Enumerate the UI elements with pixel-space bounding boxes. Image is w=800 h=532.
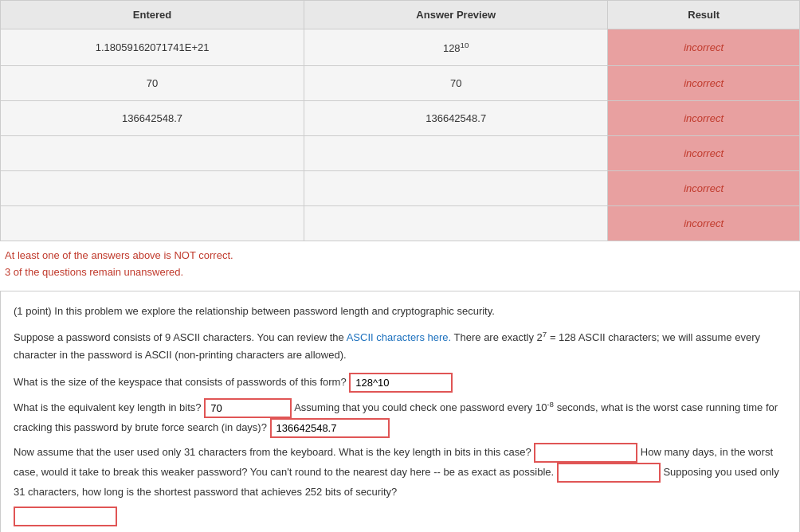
- q2-input[interactable]: [204, 398, 292, 418]
- page-container: Entered Answer Preview Result 1.18059162…: [0, 0, 800, 532]
- q4-label: Now assume that the user used only 31 ch…: [14, 446, 531, 458]
- preview-cell: 12810: [304, 29, 608, 66]
- entered-cell-empty: [1, 206, 304, 241]
- ascii-link[interactable]: ASCII characters here.: [347, 331, 452, 343]
- result-cell: incorrect: [608, 66, 800, 101]
- problem-para1: Suppose a password consists of 9 ASCII c…: [14, 328, 786, 365]
- q1-label: What is the size of the keyspace that co…: [14, 376, 347, 388]
- table-row: 1.18059162071741E+21 12810 incorrect: [1, 29, 800, 66]
- q2-label: What is the equivalent key length in bit…: [14, 401, 202, 413]
- preview-cell: 70: [304, 66, 608, 101]
- preview-sup: 10: [461, 41, 469, 49]
- preview-cell-empty: [304, 136, 608, 171]
- table-row: 136642548.7 136642548.7 incorrect: [1, 101, 800, 136]
- q3-sup: -8: [547, 400, 554, 409]
- preview-cell-empty: [304, 171, 608, 206]
- warning-section: At least one of the answers above is NOT…: [0, 241, 800, 288]
- warning-line1: At least one of the answers above is NOT…: [5, 248, 795, 264]
- warning-line2: 3 of the questions remain unanswered.: [5, 264, 795, 281]
- col-header-entered: Entered: [1, 1, 304, 29]
- result-cell: incorrect: [608, 136, 800, 171]
- q4-input[interactable]: [534, 443, 637, 463]
- table-row: 70 70 incorrect: [1, 66, 800, 101]
- result-cell: incorrect: [608, 171, 800, 206]
- problem-section: (1 point) In this problem we explore the…: [0, 291, 800, 532]
- para1-before: Suppose a password consists of 9 ASCII c…: [14, 331, 347, 343]
- q1-input[interactable]: [349, 373, 453, 393]
- q5-input[interactable]: [557, 463, 661, 483]
- table-row: incorrect: [1, 206, 800, 241]
- para1-sup: 7: [543, 330, 547, 338]
- entered-cell-empty: [1, 171, 304, 206]
- q6-input[interactable]: [14, 507, 117, 526]
- q3-input[interactable]: [270, 418, 390, 438]
- question4-line: Now assume that the user used only 31 ch…: [14, 443, 786, 502]
- result-cell: incorrect: [608, 206, 800, 241]
- entered-cell: 1.18059162071741E+21: [1, 29, 304, 66]
- entered-cell-empty: [1, 136, 304, 171]
- preview-cell: 136642548.7: [304, 101, 608, 136]
- question6-line: [14, 507, 786, 526]
- col-header-preview: Answer Preview: [304, 1, 608, 29]
- results-table: Entered Answer Preview Result 1.18059162…: [0, 0, 800, 241]
- result-cell: incorrect: [608, 29, 800, 66]
- question1-line: What is the size of the keyspace that co…: [14, 373, 786, 393]
- problem-intro: (1 point) In this problem we explore the…: [14, 303, 786, 320]
- col-header-result: Result: [608, 1, 800, 29]
- table-row: incorrect: [1, 171, 800, 206]
- entered-cell: 136642548.7: [1, 101, 304, 136]
- result-cell: incorrect: [608, 101, 800, 136]
- preview-cell-empty: [304, 206, 608, 241]
- table-row: incorrect: [1, 136, 800, 171]
- question2-line: What is the equivalent key length in bit…: [14, 397, 786, 438]
- entered-cell: 70: [1, 66, 304, 101]
